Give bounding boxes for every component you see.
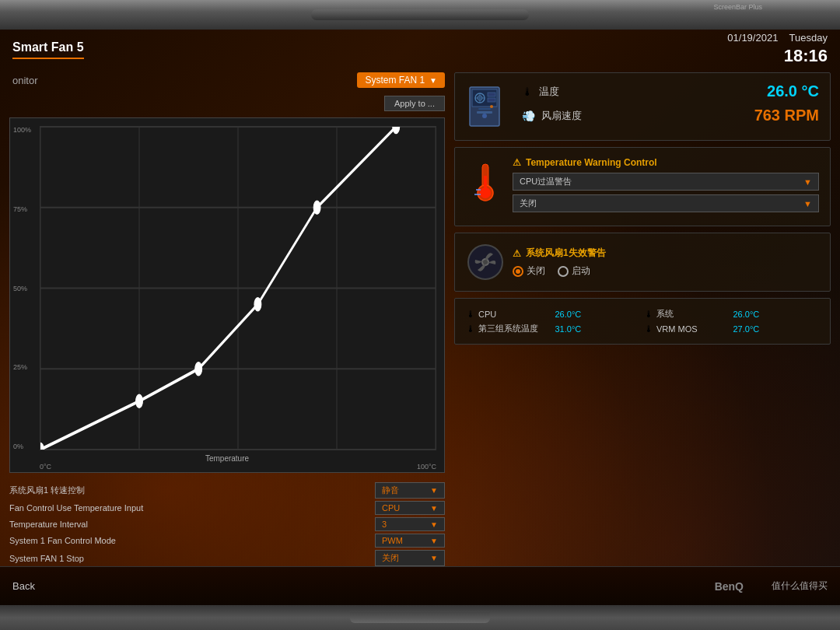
setting-row-1: Fan Control Use Temperature Input CPU ▼ (9, 501, 445, 515)
setting-row-0: 系统风扇1 转速控制 静音 ▼ (9, 482, 445, 499)
svg-rect-20 (478, 108, 491, 110)
fan-fail-content: ⚠ 系统风扇1失效警告 关闭 启动 (513, 247, 819, 278)
warning-triangle-icon: ⚠ (513, 157, 521, 168)
temp-val-sys3: 31.0°C (555, 324, 642, 334)
radio-on[interactable]: 启动 (558, 264, 590, 278)
back-button[interactable]: Back (12, 580, 35, 592)
setting-value-2[interactable]: 3 ▼ (375, 517, 445, 531)
svg-point-15 (393, 127, 400, 133)
dropdown-arrow-3: ▼ (430, 537, 438, 545)
setting-value-4[interactable]: 关闭 ▼ (375, 550, 445, 566)
datetime: 01/19/2021 Tuesday 18:16 (727, 32, 828, 67)
svg-point-13 (254, 298, 261, 311)
monitor-bottom (0, 605, 840, 630)
temp-icon-cpu: 🌡 (466, 309, 475, 320)
setting-row-3: System 1 Fan Control Mode PWM ▼ (9, 534, 445, 548)
temp-item-sys3: 🌡 第三组系统温度 (466, 323, 552, 334)
panel-title: onitor (9, 75, 38, 86)
svg-rect-19 (477, 111, 492, 114)
warning-title: ⚠ Temperature Warning Control (513, 157, 819, 168)
fan-speed-row: 💨 风扇速度 763 RPM (522, 107, 819, 124)
temp-icon-vrm: 🌡 (644, 324, 653, 334)
dropdown-arrow-2: ▼ (430, 520, 438, 529)
svg-rect-25 (488, 93, 495, 96)
dropdown-arrow-0: ▼ (430, 486, 438, 495)
warning-dropdown-2[interactable]: 关闭 ▼ (513, 194, 819, 212)
setting-value-3[interactable]: PWM ▼ (375, 534, 445, 548)
fan-curve-chart: 100% 75% 50% 25% 0% (9, 117, 445, 473)
content-area: onitor System FAN 1 ▼ Apply to ... 100% … (0, 72, 840, 566)
app-title: Smart Fan 5 (12, 40, 84, 59)
dropdown-arrow-1: ▼ (430, 504, 438, 513)
warning-icon-col (466, 157, 505, 203)
setting-value-1[interactable]: CPU ▼ (375, 501, 445, 515)
screen: Smart Fan 5 01/19/2021 Tuesday 18:16 oni… (0, 30, 840, 605)
svg-rect-26 (488, 98, 495, 102)
fan-selector-dropdown[interactable]: System FAN 1 ▼ (357, 72, 445, 88)
temp-item-vrm: 🌡 VRM MOS (644, 324, 730, 334)
warning-card: ⚠ Temperature Warning Control CPU过温警告 ▼ … (454, 147, 831, 226)
chart-svg (40, 127, 436, 450)
temp-icon-sys3: 🌡 (466, 324, 475, 334)
svg-point-18 (482, 114, 487, 118)
status-card: 🌡 温度 26.0 °C 💨 风扇速度 763 RPM (454, 72, 831, 141)
dropdown-arrow-4: ▼ (430, 554, 438, 562)
setting-value-0[interactable]: 静音 ▼ (375, 482, 445, 499)
fan-fail-card: ⚠ 系统风扇1失效警告 关闭 启动 (454, 233, 831, 292)
date: 01/19/2021 Tuesday (727, 32, 828, 45)
chart-inner (40, 126, 436, 450)
monitor-top-bar: ScreenBar Plus (0, 0, 840, 30)
pc-icon (466, 83, 513, 130)
fan-fail-radio-group: 关闭 启动 (513, 264, 819, 278)
temp-summary-card: 🌡 CPU 26.0°C 🌡 系统 26.0°C 🌡 (454, 298, 831, 345)
benq-logo: BenQ (715, 580, 744, 593)
warning-dropdown-1-arrow: ▼ (803, 177, 812, 187)
setting-row-2: Temperature Interval 3 ▼ (9, 517, 445, 531)
left-panel: onitor System FAN 1 ▼ Apply to ... 100% … (9, 72, 445, 566)
thermometer-icon (470, 160, 501, 203)
apply-button[interactable]: Apply to ... (384, 96, 445, 111)
svg-point-36 (483, 260, 488, 264)
svg-point-14 (313, 201, 320, 214)
header: Smart Fan 5 01/19/2021 Tuesday 18:16 (0, 36, 840, 64)
site-label: 值什么值得买 (772, 579, 828, 593)
temperature-value: 26.0 °C (767, 82, 819, 100)
radio-on-circle (558, 266, 569, 277)
fan-speed-value: 763 RPM (754, 107, 819, 124)
time: 18:16 (727, 45, 828, 68)
fan-fail-title: ⚠ 系统风扇1失效警告 (513, 247, 819, 260)
right-panel: 🌡 温度 26.0 °C 💨 风扇速度 763 RPM (445, 72, 831, 566)
monitor-label: ScreenBar Plus (713, 3, 762, 11)
radio-off[interactable]: 关闭 (513, 264, 545, 278)
fan-fail-icon (466, 243, 505, 282)
temp-val-sys: 26.0°C (733, 310, 820, 319)
svg-point-27 (490, 105, 493, 108)
warning-dropdown-1[interactable]: CPU过温警告 ▼ (513, 173, 819, 191)
fan-speed-label: 风扇速度 (541, 109, 748, 123)
fan-icon: 💨 (522, 110, 535, 122)
svg-point-10 (40, 443, 44, 450)
temperature-icon: 🌡 (522, 86, 533, 98)
warning-dropdown-2-arrow: ▼ (803, 199, 812, 208)
temp-item-cpu: 🌡 CPU (466, 309, 552, 320)
monitor-stand (350, 612, 490, 623)
temp-val-vrm: 27.0°C (733, 324, 820, 334)
temp-val-cpu: 26.0°C (555, 310, 642, 319)
svg-point-11 (136, 394, 143, 408)
svg-point-31 (480, 187, 491, 198)
settings-section: 系统风扇1 转速控制 静音 ▼ Fan Control Use Temperat… (9, 482, 445, 566)
bottom-bar: Back BenQ 值什么值得买 (0, 566, 840, 605)
chart-x-title: Temperature (205, 454, 249, 463)
chart-y-labels: 100% 75% 50% 25% 0% (13, 126, 31, 450)
svg-point-12 (195, 362, 202, 376)
radio-off-dot (516, 269, 520, 274)
monitor-light-bar (311, 9, 529, 20)
status-values: 🌡 温度 26.0 °C 💨 风扇速度 763 RPM (522, 82, 819, 131)
fan-selector-arrow-icon: ▼ (429, 76, 437, 85)
setting-row-4: System FAN 1 Stop 关闭 ▼ (9, 550, 445, 566)
radio-off-circle (513, 266, 523, 277)
warning-content: ⚠ Temperature Warning Control CPU过温警告 ▼ … (513, 157, 819, 216)
fan-fail-warning-icon: ⚠ (513, 248, 521, 259)
fan-icon-col (466, 243, 505, 282)
temperature-label: 温度 (539, 85, 761, 99)
